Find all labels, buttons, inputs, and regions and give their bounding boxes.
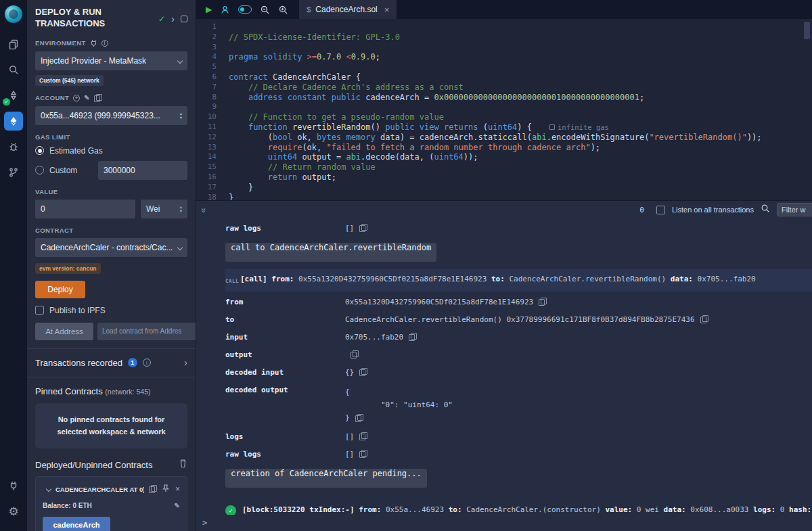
code-editor[interactable]: 12// SPDX-License-Identifier: GPL-3.034p… bbox=[196, 19, 812, 200]
code-line[interactable]: 10 // Function to get a pseudo-random va… bbox=[196, 112, 812, 122]
terminal-line[interactable]: decoded output{ "0": "uint64: 0"} bbox=[225, 382, 812, 428]
line-number[interactable]: 9 bbox=[196, 102, 229, 112]
terminal-line[interactable]: input0x705...fab20 bbox=[225, 329, 812, 346]
code-line[interactable]: 6contract CadenceArchCaler { bbox=[196, 72, 812, 83]
line-number[interactable]: 10 bbox=[196, 112, 229, 122]
at-address-input[interactable] bbox=[97, 323, 196, 340]
terminal-line[interactable]: decoded input{} bbox=[225, 364, 812, 382]
line-number[interactable]: 17 bbox=[196, 183, 229, 193]
copy-icon[interactable] bbox=[149, 485, 156, 493]
line-number[interactable]: 16 bbox=[196, 172, 229, 183]
value-input[interactable] bbox=[35, 200, 135, 218]
edit-icon[interactable]: ✎ bbox=[84, 94, 90, 101]
evm-version-badge[interactable]: evm version: cancun bbox=[35, 263, 101, 274]
gas-custom-input[interactable] bbox=[98, 161, 187, 180]
listen-all-checkbox[interactable] bbox=[656, 206, 665, 214]
code-line[interactable]: 4pragma solidity >=0.7.0 <0.9.0; bbox=[196, 52, 812, 62]
file-explorer-icon[interactable] bbox=[4, 34, 23, 53]
solidity-compiler-icon[interactable]: ✓ bbox=[4, 86, 23, 105]
terminal-line[interactable]: ✓[block:5033220 txIndex:-] from: 0x55a..… bbox=[225, 501, 812, 515]
copy-icon[interactable] bbox=[359, 368, 367, 376]
copy-icon[interactable] bbox=[94, 94, 102, 102]
toggle-icon[interactable] bbox=[238, 5, 252, 14]
deploy-button[interactable]: Deploy bbox=[35, 281, 85, 298]
account-select[interactable]: 0x55a...46923 (999.999945323... ▴▾ bbox=[35, 106, 187, 125]
terminal-line[interactable]: toCadenceArchCaler.revertibleRandom() 0x… bbox=[225, 311, 812, 329]
line-number[interactable]: 11 bbox=[196, 122, 229, 133]
copy-icon[interactable] bbox=[409, 333, 416, 341]
plugin-manager-icon[interactable] bbox=[4, 476, 23, 495]
code-line[interactable]: 14 uint64 output = abi.decode(data, (uin… bbox=[196, 152, 812, 162]
terminal-line[interactable]: output bbox=[225, 346, 812, 364]
terminal-line[interactable]: call to CadenceArchCaler.revertibleRando… bbox=[225, 237, 812, 267]
code-line[interactable]: 18} bbox=[196, 193, 812, 200]
code-line[interactable]: 17 } bbox=[196, 183, 812, 193]
contract-select[interactable]: CadenceArchCaler - contracts/Cac... bbox=[35, 238, 187, 257]
chevron-right-icon[interactable]: › bbox=[184, 359, 187, 367]
copy-icon[interactable] bbox=[359, 450, 367, 458]
line-number[interactable]: 15 bbox=[196, 162, 229, 172]
code-line[interactable]: 2// SPDX-License-Identifier: GPL-3.0 bbox=[196, 32, 812, 43]
zoom-in-icon[interactable] bbox=[278, 5, 288, 15]
code-line[interactable]: 12 (bool ok, bytes memory data) = cadenc… bbox=[196, 133, 812, 143]
line-number[interactable]: 4 bbox=[196, 52, 229, 62]
chevron-down-icon[interactable] bbox=[46, 486, 51, 492]
copy-icon[interactable] bbox=[351, 350, 358, 359]
editor-scrollbar[interactable] bbox=[804, 22, 810, 39]
copy-icon[interactable] bbox=[355, 414, 363, 422]
publish-ipfs-checkbox[interactable]: Publish to IPFS bbox=[35, 306, 187, 315]
line-number[interactable]: 8 bbox=[196, 93, 229, 103]
close-icon[interactable]: × bbox=[175, 486, 180, 492]
line-number[interactable]: 1 bbox=[196, 22, 229, 32]
environment-select[interactable]: Injected Provider - MetaMask bbox=[35, 51, 187, 70]
copy-icon[interactable] bbox=[359, 432, 367, 440]
search-icon[interactable] bbox=[4, 60, 23, 79]
info-icon[interactable]: i bbox=[102, 40, 108, 47]
deployed-contract-header[interactable]: CADENCEARCHCALER AT 0) bbox=[55, 486, 144, 493]
settings-icon[interactable]: ⚙ bbox=[4, 502, 23, 521]
code-line[interactable]: 9 bbox=[196, 102, 812, 112]
info-icon[interactable]: i bbox=[143, 359, 151, 367]
run-script-icon[interactable]: ▶ bbox=[206, 5, 212, 14]
line-number[interactable]: 2 bbox=[196, 32, 229, 43]
edit-balance-icon[interactable]: ✎ bbox=[175, 502, 180, 509]
line-number[interactable]: 14 bbox=[196, 152, 229, 162]
terminal-line[interactable]: creation of CadenceArchCaler pending... bbox=[225, 463, 812, 493]
line-number[interactable]: 12 bbox=[196, 133, 229, 143]
terminal-line[interactable]: raw logs[] bbox=[225, 446, 812, 463]
line-number[interactable]: 3 bbox=[196, 43, 229, 53]
terminal-line[interactable]: raw logs[] bbox=[225, 220, 812, 237]
code-line[interactable]: 13 require(ok, "failed to fetch a random… bbox=[196, 143, 812, 153]
trash-icon[interactable] bbox=[179, 459, 187, 471]
remix-logo[interactable] bbox=[5, 5, 22, 23]
code-line[interactable]: 3 bbox=[196, 43, 812, 53]
terminal-filter-input[interactable] bbox=[777, 203, 812, 216]
add-account-icon[interactable]: + bbox=[73, 95, 80, 101]
search-icon[interactable] bbox=[761, 204, 770, 216]
gas-custom-radio[interactable]: Custom bbox=[35, 166, 77, 175]
deploy-run-icon[interactable] bbox=[4, 112, 23, 131]
value-unit-select[interactable]: Wei ▴▾ bbox=[141, 200, 187, 218]
terminal-line[interactable]: from0x55a1320D432759960C5Df0215a8dF78e1E… bbox=[225, 294, 812, 311]
terminal-line[interactable]: logs[] bbox=[225, 428, 812, 446]
pin-panel-icon[interactable] bbox=[181, 16, 187, 22]
debugger-icon[interactable] bbox=[4, 137, 23, 156]
line-number[interactable]: 7 bbox=[196, 83, 229, 93]
plug-icon[interactable] bbox=[90, 39, 97, 47]
at-address-button[interactable]: At Address bbox=[35, 323, 93, 340]
listen-all-label[interactable]: Listen on all transactions bbox=[672, 206, 754, 214]
user-icon[interactable] bbox=[220, 5, 230, 15]
close-tab-icon[interactable]: × bbox=[384, 5, 390, 15]
fn-button-cadencearch[interactable]: cadenceArch bbox=[43, 517, 110, 531]
git-icon[interactable] bbox=[4, 163, 23, 182]
terminal-line[interactable]: CALL[call] from: 0x55a1320D432759960C5Df… bbox=[225, 269, 812, 292]
line-number[interactable]: 13 bbox=[196, 143, 229, 153]
code-line[interactable]: 1 bbox=[196, 22, 812, 32]
code-line[interactable]: 15 // Return random value bbox=[196, 162, 812, 172]
chevron-right-icon[interactable]: › bbox=[171, 15, 175, 23]
gas-estimated-radio[interactable]: Estimated Gas bbox=[35, 146, 187, 156]
copy-icon[interactable] bbox=[539, 298, 546, 306]
terminal-collapse-icon[interactable]: » bbox=[199, 208, 209, 212]
tab-cadencearch-sol[interactable]: $ CadenceArch.sol × bbox=[299, 0, 397, 19]
code-line[interactable]: 16 return output; bbox=[196, 172, 812, 183]
